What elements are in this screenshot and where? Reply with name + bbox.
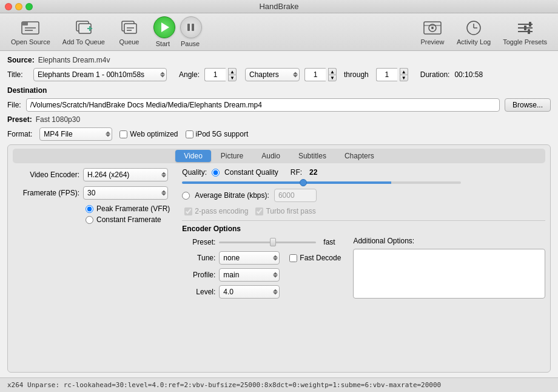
web-optimized-label: Web optimized [130,130,178,138]
toggle-presets-icon [516,18,535,38]
source-label: Source: [7,56,35,64]
chapters-from-up[interactable]: ▲ [328,68,337,75]
enc-tune-label: Tune: [182,254,215,262]
toggle-presets-button[interactable]: Toggle Presets [497,16,553,48]
constant-framerate-radio[interactable] [86,216,93,224]
additional-options-label: Additional Options: [353,237,545,245]
activity-log-button[interactable]: Activity Log [451,16,497,48]
enc-preset-value: fast [323,238,335,246]
preset-label: Preset: [7,115,32,124]
pause-icon [187,24,194,31]
chapters-to-up[interactable]: ▲ [400,68,408,75]
two-pass-row: 2-pass encoding [184,207,248,215]
additional-options-input[interactable] [353,249,545,299]
angle-down-button[interactable]: ▼ [228,75,237,81]
average-bitrate-radio[interactable] [182,192,190,200]
start-button[interactable] [153,16,175,38]
title-select[interactable]: Elephants Dream 1 - 00h10m58s [33,68,167,81]
source-row: Source: Elephants Dream.m4v [7,56,551,64]
chapters-to-input[interactable] [376,68,397,81]
framerate-mode-group: Peak Framerate (VFR) Constant Framerate [86,204,170,224]
turbo-label: Turbo first pass [266,207,315,215]
maximize-button[interactable] [25,3,33,10]
chapters-select[interactable]: Chapters [245,68,300,81]
encoder-row: Video Encoder: H.264 (x264) H.265 (x265)… [13,168,170,181]
angle-input[interactable] [204,68,226,81]
titlebar-buttons [5,3,33,10]
angle-up-button[interactable]: ▲ [228,68,237,75]
web-optimized-checkbox[interactable] [119,130,127,138]
quality-slider-row [182,181,545,184]
add-to-queue-button[interactable]: Add To Queue [56,16,111,48]
video-right-col: Quality: Constant Quality RF: 22 Average… [182,168,545,299]
profile-select[interactable]: auto main baseline high [219,268,280,282]
tab-chapters[interactable]: Chapters [336,150,383,162]
enc-level-label: Level: [182,288,215,296]
framerate-row: Framerate (FPS): 30 Same as source 24 25 [13,186,170,200]
peak-framerate-radio[interactable] [86,205,93,213]
average-bitrate-label: Average Bitrate (kbps): [195,191,269,200]
enc-preset-label: Preset: [182,238,215,246]
video-left-col: Video Encoder: H.264 (x264) H.265 (x265)… [13,168,170,299]
x264-unparse-row: x264 Unparse: rc-lookahead=30:level=4.0:… [0,377,558,392]
preview-button[interactable]: Preview [414,16,451,48]
tune-select[interactable]: none film animation [219,251,280,265]
open-source-icon [21,18,40,38]
quality-row: Quality: Constant Quality RF: 22 [182,168,545,177]
fast-decode-label: Fast Decode [300,254,341,262]
chapters-from-input[interactable] [304,68,326,81]
browse-button[interactable]: Browse... [505,98,551,112]
chapters-to-down[interactable]: ▼ [400,75,408,81]
close-button[interactable] [5,3,12,10]
preset-slider-track [219,237,316,248]
chapters-select-wrapper: Chapters [245,68,300,81]
quality-slider[interactable] [182,181,461,184]
queue-icon [119,18,139,38]
fast-decode-checkbox[interactable] [289,254,297,262]
chapters-to-spinner: ▲ ▼ [376,68,408,81]
chapters-from-down[interactable]: ▼ [328,75,337,81]
ipod-checkbox[interactable] [186,130,193,138]
level-select[interactable]: auto 4.0 4.1 [219,285,280,299]
tab-picture[interactable]: Picture [212,150,252,162]
rf-value: 22 [309,168,317,177]
duration-value: 00:10:58 [454,70,483,79]
toggle-presets-label: Toggle Presets [503,38,547,46]
preview-label: Preview [420,38,444,46]
pause-label: Pause [181,40,200,47]
open-source-button[interactable]: Open Source [5,16,56,48]
minimize-button[interactable] [15,3,22,10]
encoder-left: Preset: fast Tune: [182,237,341,299]
chapters-from-spinner: ▲ ▼ [304,68,337,81]
pause-button[interactable] [180,16,202,38]
add-to-queue-icon [74,18,93,38]
bitrate-row: Average Bitrate (kbps): [182,189,545,202]
ipod-label: iPod 5G support [196,130,249,138]
enc-preset-row: Preset: fast [182,237,341,248]
queue-button[interactable]: Queue [111,16,147,48]
tab-video[interactable]: Video [175,150,210,162]
start-pause-group: Start Pause [147,16,208,47]
tab-subtitles[interactable]: Subtitles [290,150,335,162]
constant-framerate-row: Constant Framerate [86,215,170,224]
svg-rect-24 [528,29,530,34]
titlebar: HandBrake [0,0,558,13]
format-select-wrapper: MP4 File MKV File [39,127,112,141]
peak-framerate-label: Peak Framerate (VFR) [96,204,170,213]
tab-audio[interactable]: Audio [253,150,289,162]
encoder-select[interactable]: H.264 (x264) H.265 (x265) MPEG-4 MPEG-2 [83,168,168,181]
main-content: Source: Elephants Dream.m4v Title: Eleph… [0,51,558,377]
preset-slider[interactable] [219,242,316,243]
main-window: HandBrake Open Source [0,0,558,392]
turbo-checkbox [255,208,263,215]
file-input[interactable] [26,98,500,112]
tabs-bar: Video Picture Audio Subtitles Chapters [13,149,545,163]
duration-label: Duration: [420,70,450,79]
constant-quality-radio[interactable] [212,169,220,177]
framerate-select[interactable]: 30 Same as source 24 25 [83,186,168,200]
x264-unparse-text: x264 Unparse: rc-lookahead=30:level=4.0:… [7,381,441,389]
tune-select-wrapper: none film animation [219,251,280,265]
encoder-right: Additional Options: [353,237,545,299]
toolbar-right: Preview Activity Log [414,16,553,48]
format-select[interactable]: MP4 File MKV File [39,127,112,141]
